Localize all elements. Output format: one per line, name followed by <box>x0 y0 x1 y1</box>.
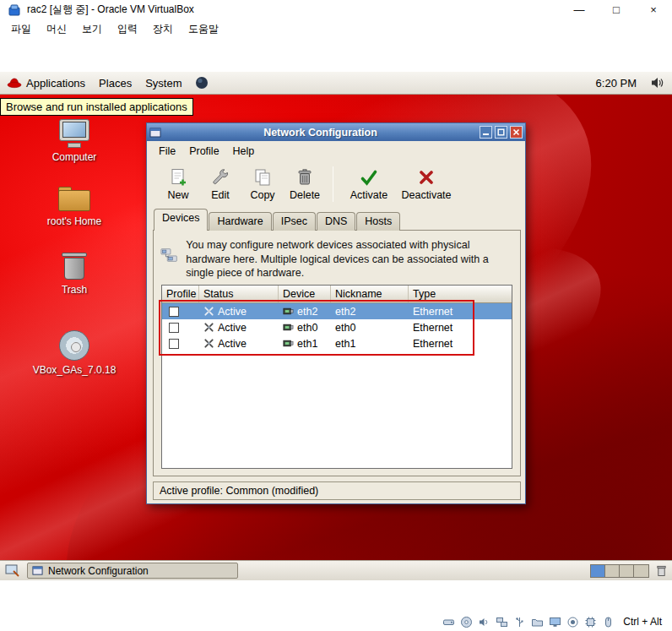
new-button[interactable]: New <box>157 163 199 205</box>
desktop-icon-label: Trash <box>62 284 87 296</box>
panel-menu-places[interactable]: Places <box>92 72 138 94</box>
window-title: rac2 [실행 중] - Oracle VM VirtualBox <box>27 3 194 17</box>
panel-menu-system[interactable]: System <box>138 72 188 94</box>
profile-checkbox[interactable] <box>169 339 179 349</box>
desktop-icon-computer[interactable]: Computer <box>37 119 111 163</box>
netconf-minimize-button[interactable] <box>480 126 492 139</box>
panel-launcher[interactable] <box>188 72 215 94</box>
vbox-menu-devices[interactable]: 장치 <box>145 19 181 39</box>
toolbar-separator <box>333 166 333 202</box>
gnome-top-panel: Applications Places System 6:20 PM <box>0 72 672 95</box>
recording-icon[interactable] <box>566 616 579 628</box>
deactivate-button[interactable]: Deactivate <box>398 163 455 205</box>
netconf-window-icon <box>149 127 161 139</box>
vbox-menu-input[interactable]: 입력 <box>110 19 145 39</box>
tab-dns[interactable]: DNS <box>317 212 355 231</box>
netconf-menu-help[interactable]: Help <box>226 143 262 160</box>
panel-menu-places-label: Places <box>99 77 132 90</box>
task-window-icon <box>32 565 43 576</box>
cd-disc-icon <box>59 330 89 361</box>
features-icon[interactable] <box>584 616 597 628</box>
new-button-label: New <box>167 189 188 201</box>
volume-icon <box>650 77 665 89</box>
status-cell: Active <box>218 306 247 318</box>
netconf-menu-profile[interactable]: Profile <box>182 143 225 160</box>
minimize-button[interactable]: — <box>561 0 598 19</box>
panel-clock[interactable]: 6:20 PM <box>589 77 643 90</box>
taskbar-task-network-configuration[interactable]: Network Configuration <box>27 563 238 579</box>
audio-icon[interactable] <box>478 616 490 628</box>
delete-button[interactable]: Delete <box>284 163 326 205</box>
volume-applet[interactable] <box>643 77 672 89</box>
activate-button[interactable]: Activate <box>340 163 398 205</box>
usb-icon[interactable] <box>513 616 526 628</box>
tooltip: Browse and run installed applications <box>0 98 193 116</box>
workspace-switcher <box>590 564 649 578</box>
virtualbox-app-icon <box>8 3 21 17</box>
device-cell: eth2 <box>297 306 317 318</box>
device-cell: eth1 <box>297 338 317 350</box>
display-icon[interactable] <box>549 616 561 628</box>
tab-hosts[interactable]: Hosts <box>356 212 400 231</box>
activate-button-label: Activate <box>350 189 387 201</box>
panel-menu-applications[interactable]: Applications <box>0 72 92 94</box>
desktop-icon-trash[interactable]: Trash <box>37 251 111 296</box>
netconf-close-button[interactable] <box>510 126 523 139</box>
active-profile-status: Active profile: Common (modified) <box>160 485 318 497</box>
vbox-menu-help[interactable]: 도움말 <box>181 19 226 39</box>
shared-folders-icon[interactable] <box>531 616 544 628</box>
profile-checkbox[interactable] <box>169 307 179 317</box>
status-active-icon <box>203 338 214 349</box>
device-row-eth2[interactable]: Active eth2 eth2 Ethernet <box>162 303 512 319</box>
table-header: Profile Status Device Nickname Type <box>162 286 512 303</box>
tab-hardware[interactable]: Hardware <box>209 212 271 231</box>
vbox-menu-machine[interactable]: 머신 <box>39 19 74 39</box>
desktop-icon-label: VBox_GAs_7.0.18 <box>33 364 117 376</box>
network-icon[interactable] <box>496 616 508 628</box>
netconf-menu-file[interactable]: File <box>152 143 182 160</box>
vbox-titlebar[interactable]: rac2 [실행 중] - Oracle VM VirtualBox — □ × <box>0 0 672 19</box>
devices-description: You may configure network devices associ… <box>186 238 513 280</box>
device-cell: eth0 <box>297 322 317 334</box>
workspace-1[interactable] <box>591 565 605 577</box>
trash-applet-icon[interactable] <box>656 564 667 577</box>
ethernet-device-icon <box>283 306 294 317</box>
device-row-eth0[interactable]: Active eth0 eth0 Ethernet <box>162 319 512 335</box>
devices-info: You may configure network devices associ… <box>160 238 513 280</box>
computer-icon <box>57 119 91 148</box>
edit-button[interactable]: Edit <box>199 163 241 205</box>
workspace-4[interactable] <box>634 565 648 577</box>
copy-icon <box>252 167 273 188</box>
netconf-titlebar[interactable]: Network Configuration <box>147 123 525 141</box>
copy-button[interactable]: Copy <box>241 163 284 205</box>
show-desktop-icon[interactable] <box>5 564 20 578</box>
launcher-icon <box>195 76 209 90</box>
vbox-menubar: 파일 머신 보기 입력 장치 도움말 <box>0 19 672 38</box>
column-header-status: Status <box>199 286 279 302</box>
type-cell: Ethernet <box>413 306 453 318</box>
profile-checkbox[interactable] <box>169 323 179 333</box>
workspace-3[interactable] <box>620 565 634 577</box>
optical-disc-icon[interactable] <box>460 616 473 628</box>
vbox-statusbar: Ctrl + Alt <box>0 612 672 631</box>
mouse-icon[interactable] <box>602 616 615 628</box>
desktop-icon-roots-home[interactable]: root's Home <box>37 187 111 227</box>
host-key-label: Ctrl + Alt <box>623 616 662 628</box>
netconf-title: Network Configuration <box>164 127 477 139</box>
status-active-icon <box>203 322 214 333</box>
close-icon <box>512 128 520 136</box>
netconf-maximize-button[interactable] <box>495 126 507 139</box>
workspace-2[interactable] <box>605 565 620 577</box>
desktop-icon-vbox-guest-additions[interactable]: VBox_GAs_7.0.18 <box>37 330 111 376</box>
tab-ipsec[interactable]: IPsec <box>273 212 316 231</box>
device-row-eth1[interactable]: Active eth1 eth1 Ethernet <box>162 335 512 351</box>
ethernet-device-icon <box>283 338 294 349</box>
vbox-menu-view[interactable]: 보기 <box>74 19 110 39</box>
maximize-button[interactable]: □ <box>598 0 635 19</box>
column-header-device: Device <box>279 286 331 302</box>
network-devices-icon <box>160 238 177 272</box>
tab-devices[interactable]: Devices <box>154 209 208 231</box>
hdd-icon[interactable] <box>442 616 455 628</box>
close-button[interactable]: × <box>635 0 672 19</box>
vbox-menu-file[interactable]: 파일 <box>3 19 39 39</box>
